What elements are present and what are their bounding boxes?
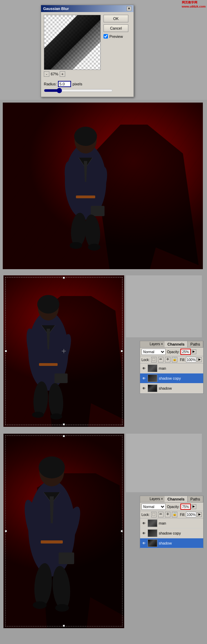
radius-input[interactable] (58, 81, 71, 87)
cancel-button[interactable]: Cancel (103, 24, 128, 32)
zoom-level: 67% (51, 72, 58, 76)
mode-opacity-row-2: Normal Opacity: ▶ (140, 503, 203, 511)
fill-input-2[interactable] (186, 512, 196, 517)
svg-point-8 (70, 242, 82, 249)
layer-thumb-shadow-copy-2 (148, 529, 157, 537)
mid-right-gray (126, 275, 202, 337)
fill-box-2: Fill: ▶ (180, 512, 202, 517)
radius-row: Radius: pixels (41, 80, 134, 88)
dialog-body: - 67% + OK Cancel Preview (41, 12, 134, 80)
zoom-in-button[interactable]: + (60, 71, 65, 77)
layer-item-shadow-1[interactable]: 👁 shadow (140, 383, 203, 393)
zoom-out-button[interactable]: - (44, 71, 49, 77)
layer-eye-man-1[interactable]: 👁 (141, 366, 146, 371)
tab-paths-1[interactable]: Paths (188, 341, 203, 347)
bot-section: Layers × Channels Paths Normal Opacity: … (0, 430, 207, 633)
layers-panel-1: Layers × Channels Paths Normal Opacity: … (140, 341, 204, 394)
layer-thumb-shadow-2 (148, 539, 157, 547)
layer-thumb-man-2 (148, 519, 157, 527)
lock-fill-row-1: Lock: ⬚ ✏ ✛ 🔒 Fill: ▶ (140, 356, 203, 363)
tab-paths-2[interactable]: Paths (188, 496, 203, 502)
lock-label-2: Lock: (141, 513, 150, 517)
bot-handle-bottom[interactable] (63, 625, 65, 627)
lock-transparent-btn-2[interactable]: ⬚ (151, 512, 157, 517)
tab-channels-2[interactable]: Channels (165, 496, 188, 502)
layers-tabs-2: Layers × Channels Paths (140, 496, 203, 503)
opacity-label-2: Opacity: (167, 505, 180, 509)
zoom-controls: - 67% + (44, 71, 101, 77)
bot-handle-left[interactable] (5, 530, 7, 532)
opacity-expand-2[interactable]: ▶ (191, 504, 196, 509)
layer-thumb-shadow-1 (148, 384, 157, 392)
mode-opacity-row-1: Normal Opacity: ▶ (140, 348, 203, 356)
ok-button[interactable]: OK (103, 15, 128, 22)
layer-name-man-1: man (159, 366, 166, 370)
dialog-overlay: 网页教学网 www.u88zk.com Gaussian Blur ✕ - 67… (0, 0, 207, 100)
lock-pixels-btn-2[interactable]: ✏ (158, 512, 164, 517)
layer-item-man-1[interactable]: 👁 man (140, 363, 203, 373)
bot-right-gray (126, 434, 202, 492)
radius-label: Radius: (44, 82, 57, 86)
layer-eye-shadow-2[interactable]: 👁 (141, 541, 146, 546)
handle-right[interactable] (121, 350, 123, 352)
lock-pixels-btn-1[interactable]: ✏ (158, 357, 164, 362)
opacity-input-1[interactable] (180, 349, 191, 355)
layer-eye-shadow-copy-1[interactable]: 👁 (141, 376, 146, 381)
layer-name-man-2: man (159, 521, 166, 525)
person-figure-top (48, 113, 124, 251)
layer-item-man-2[interactable]: 👁 man (140, 518, 203, 528)
opacity-box-1: Opacity: ▶ (167, 349, 196, 355)
fill-label-2: Fill: (180, 513, 185, 517)
layers-panel-2: Layers × Channels Paths Normal Opacity: … (140, 496, 204, 549)
bot-selection-border (5, 435, 122, 626)
blend-mode-select-2[interactable]: Normal (141, 504, 166, 510)
gaussian-blur-dialog: Gaussian Blur ✕ - 67% + OK Cancel Previe (41, 5, 134, 97)
layers-tab-close-2[interactable]: Layers × (148, 496, 165, 502)
opacity-input-2[interactable] (180, 504, 191, 510)
layer-eye-man-2[interactable]: 👁 (141, 521, 146, 526)
fill-box-1: Fill: ▶ (180, 357, 202, 362)
layer-eye-shadow-copy-2[interactable]: 👁 (141, 531, 146, 536)
bot-handle-right[interactable] (121, 530, 123, 532)
dialog-titlebar: Gaussian Blur ✕ (41, 5, 134, 12)
svg-rect-10 (76, 196, 95, 198)
mid-canvas (3, 275, 124, 427)
handle-left[interactable] (5, 350, 7, 352)
lock-position-btn-1[interactable]: ✛ (165, 357, 170, 362)
layer-eye-shadow-1[interactable]: 👁 (141, 386, 146, 391)
layer-item-shadow-copy-1[interactable]: 👁 shadow copy (140, 373, 203, 383)
preview-label: Preview (109, 34, 123, 39)
crosshair-v (64, 349, 64, 353)
lock-all-btn-2[interactable]: 🔒 (172, 512, 177, 517)
pixels-label: pixels (72, 82, 82, 86)
opacity-box-2: Opacity: ▶ (167, 504, 196, 510)
preview-checkbox[interactable] (103, 34, 108, 39)
radius-slider[interactable] (44, 88, 113, 93)
layers-tab-close[interactable]: Layers × (148, 341, 165, 347)
svg-point-2 (74, 127, 97, 146)
fill-expand-1[interactable]: ▶ (197, 357, 202, 362)
top-canvas (3, 103, 203, 269)
dialog-title: Gaussian Blur (43, 7, 69, 11)
handle-bottom[interactable] (63, 423, 65, 425)
dialog-side-controls: OK Cancel Preview (103, 15, 128, 77)
lock-position-btn-2[interactable]: ✛ (165, 512, 170, 517)
opacity-expand-1[interactable]: ▶ (191, 349, 196, 354)
layers-tabs-1: Layers × Channels Paths (140, 341, 203, 348)
fill-label-1: Fill: (180, 358, 185, 362)
lock-transparent-btn-1[interactable]: ⬚ (151, 357, 157, 362)
layer-item-shadow-copy-2[interactable]: 👁 shadow copy (140, 528, 203, 538)
layer-thumb-shadow-copy-1 (148, 374, 157, 382)
fill-input-1[interactable] (186, 357, 196, 362)
lock-all-btn-1[interactable]: 🔒 (172, 357, 177, 362)
handle-top[interactable] (63, 277, 65, 279)
blend-mode-select-1[interactable]: Normal (141, 349, 166, 355)
bot-handle-top[interactable] (63, 435, 65, 437)
close-button[interactable]: ✕ (127, 6, 131, 11)
preview-canvas (44, 15, 101, 70)
preview-image (44, 15, 100, 70)
fill-expand-2[interactable]: ▶ (197, 512, 202, 517)
layer-item-shadow-2[interactable]: 👁 shadow (140, 538, 203, 548)
tab-channels-1[interactable]: Channels (165, 341, 188, 347)
layer-thumb-man-1 (148, 365, 157, 372)
